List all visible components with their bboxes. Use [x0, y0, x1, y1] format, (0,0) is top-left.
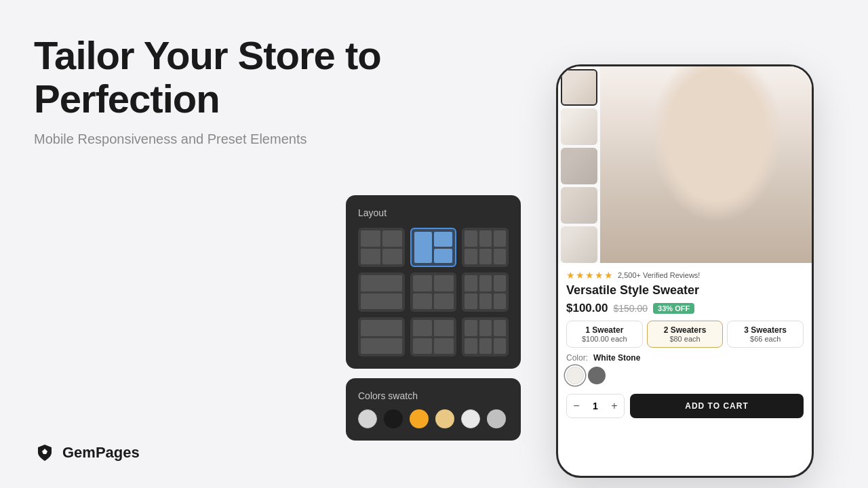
- sub-heading: Mobile Responsiveness and Preset Element…: [34, 131, 509, 147]
- thumbnail-3[interactable]: [561, 148, 597, 184]
- swatch-3[interactable]: [410, 409, 429, 428]
- cart-row: − 1 + ADD TO CART: [566, 390, 804, 418]
- thumbnail-2[interactable]: [561, 108, 597, 145]
- color-name: White Stone: [593, 353, 640, 363]
- color-white-stone[interactable]: [566, 367, 584, 384]
- svg-rect-2: [691, 168, 720, 190]
- swatch-4[interactable]: [435, 409, 454, 428]
- layout-label: Layout: [358, 207, 509, 218]
- color-label: Color:: [566, 353, 588, 363]
- reviews-count: 2,500+ Verified Reviews!: [618, 271, 700, 279]
- layout-cell-9[interactable]: [462, 317, 509, 357]
- layout-cell-2-selected[interactable]: [410, 228, 457, 267]
- layout-cell-3[interactable]: [462, 228, 509, 267]
- main-product-image: [600, 66, 812, 263]
- thumbnails: [558, 66, 600, 263]
- star-rating: ★★★★★: [566, 270, 614, 281]
- color-section: Color: White Stone: [566, 353, 804, 363]
- product-title: Versatile Style Sweater: [566, 283, 804, 298]
- bundle-2-price: $80 each: [650, 335, 720, 343]
- gempages-logo-icon: [34, 442, 56, 464]
- price-original: $150.00: [613, 303, 648, 314]
- qty-decrease-button[interactable]: −: [567, 394, 586, 418]
- bundle-option-2[interactable]: 2 Sweaters $80 each: [647, 321, 724, 348]
- layout-panel: Layout: [346, 195, 521, 369]
- bundle-3-qty: 3 Sweaters: [730, 325, 800, 335]
- bundle-1-qty: 1 Sweater: [570, 325, 639, 335]
- add-to-cart-button[interactable]: ADD TO CART: [630, 394, 804, 418]
- qty-increase-button[interactable]: +: [605, 394, 624, 418]
- logo-section: GemPages: [34, 442, 140, 464]
- thumbnail-1[interactable]: [561, 69, 597, 106]
- qty-value: 1: [586, 394, 605, 418]
- layout-cell-7[interactable]: [358, 317, 405, 357]
- quantity-control: − 1 +: [566, 394, 625, 418]
- bundle-1-price: $100.00 each: [570, 335, 639, 343]
- bundle-options: 1 Sweater $100.00 each 2 Sweaters $80 ea…: [566, 321, 804, 348]
- svg-point-3: [675, 108, 736, 184]
- layout-cell-5[interactable]: [410, 272, 457, 312]
- thumbnail-4[interactable]: [561, 187, 597, 224]
- layout-cell-1[interactable]: [358, 228, 405, 267]
- color-dark-stone[interactable]: [588, 367, 606, 384]
- swatch-2[interactable]: [384, 409, 403, 428]
- svg-rect-0: [600, 66, 812, 263]
- phone-mockup: ★★★★★ 2,500+ Verified Reviews! Versatile…: [556, 64, 814, 478]
- stars-row: ★★★★★ 2,500+ Verified Reviews!: [566, 270, 804, 281]
- svg-point-5: [694, 143, 701, 147]
- swatch-5[interactable]: [461, 409, 480, 428]
- bundle-option-1[interactable]: 1 Sweater $100.00 each: [566, 321, 643, 348]
- left-section: Tailor Your Store to Perfection Mobile R…: [34, 34, 509, 147]
- svg-point-1: [640, 161, 772, 263]
- layout-cell-6[interactable]: [462, 272, 509, 312]
- layout-grid: [358, 228, 509, 357]
- layout-cell-4[interactable]: [358, 272, 405, 312]
- bundle-option-3[interactable]: 3 Sweaters $66 each: [727, 321, 804, 348]
- svg-point-4: [674, 100, 738, 156]
- svg-point-6: [712, 143, 718, 147]
- swatch-panel: Colors swatch: [346, 378, 521, 441]
- main-heading: Tailor Your Store to Perfection: [34, 34, 509, 121]
- discount-badge: 33% OFF: [653, 303, 694, 314]
- bundle-3-price: $66 each: [730, 335, 800, 343]
- image-gallery: [558, 66, 812, 263]
- bundle-2-qty: 2 Sweaters: [650, 325, 720, 335]
- thumbnail-5[interactable]: [561, 226, 597, 263]
- swatch-1[interactable]: [358, 409, 377, 428]
- price-current: $100.00: [566, 302, 608, 315]
- swatch-6[interactable]: [487, 409, 506, 428]
- price-row: $100.00 $150.00 33% OFF: [566, 302, 804, 315]
- product-info: ★★★★★ 2,500+ Verified Reviews! Versatile…: [558, 263, 812, 476]
- logo-text: GemPages: [62, 444, 140, 462]
- layout-cell-8[interactable]: [410, 317, 457, 357]
- swatches-row: [358, 409, 509, 428]
- swatch-label: Colors swatch: [358, 390, 509, 401]
- product-page: ★★★★★ 2,500+ Verified Reviews! Versatile…: [558, 66, 812, 476]
- color-options: [566, 367, 804, 384]
